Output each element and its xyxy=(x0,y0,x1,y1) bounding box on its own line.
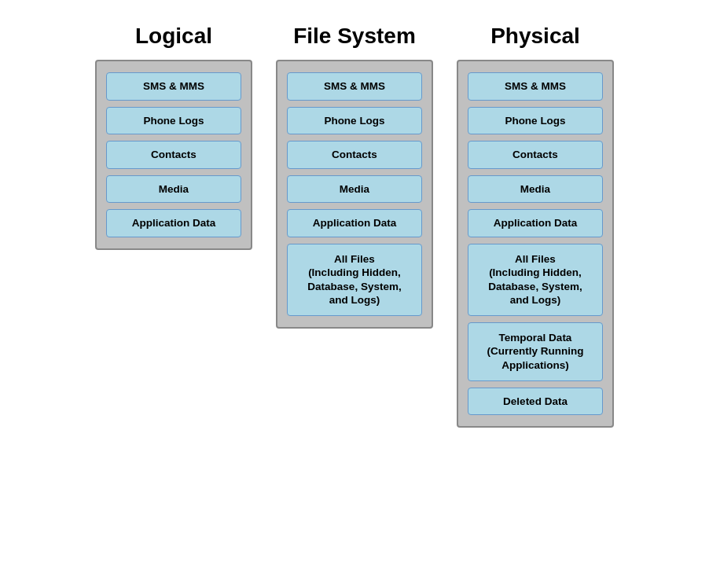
diagram-container: LogicalSMS & MMSPhone LogsContactsMediaA… xyxy=(8,16,701,428)
column-title-filesystem: File System xyxy=(293,24,416,49)
column-title-logical: Logical xyxy=(135,24,212,49)
item-filesystem-1: Phone Logs xyxy=(287,107,422,135)
item-physical-0: SMS & MMS xyxy=(468,72,603,101)
item-filesystem-0: SMS & MMS xyxy=(287,72,422,101)
item-logical-2: Contacts xyxy=(106,141,241,169)
item-logical-0: SMS & MMS xyxy=(106,72,241,101)
item-filesystem-5: All Files (Including Hidden, Database, S… xyxy=(287,244,422,316)
column-box-physical: SMS & MMSPhone LogsContactsMediaApplicat… xyxy=(457,60,614,428)
column-logical: LogicalSMS & MMSPhone LogsContactsMediaA… xyxy=(95,24,252,250)
item-physical-5: All Files (Including Hidden, Database, S… xyxy=(468,244,603,316)
column-box-logical: SMS & MMSPhone LogsContactsMediaApplicat… xyxy=(95,60,252,250)
column-box-filesystem: SMS & MMSPhone LogsContactsMediaApplicat… xyxy=(276,60,433,329)
item-logical-3: Media xyxy=(106,175,241,204)
column-physical: PhysicalSMS & MMSPhone LogsContactsMedia… xyxy=(457,24,614,428)
item-logical-1: Phone Logs xyxy=(106,107,241,135)
item-physical-3: Media xyxy=(468,175,603,204)
item-filesystem-3: Media xyxy=(287,175,422,204)
item-physical-2: Contacts xyxy=(468,141,603,169)
column-filesystem: File SystemSMS & MMSPhone LogsContactsMe… xyxy=(276,24,433,329)
column-title-physical: Physical xyxy=(490,24,580,49)
item-logical-4: Application Data xyxy=(106,209,241,237)
item-filesystem-2: Contacts xyxy=(287,141,422,169)
item-physical-7: Deleted Data xyxy=(468,388,603,416)
item-filesystem-4: Application Data xyxy=(287,209,422,237)
item-physical-4: Application Data xyxy=(468,209,603,237)
item-physical-1: Phone Logs xyxy=(468,107,603,135)
item-physical-6: Temporal Data (Currently Running Applica… xyxy=(468,322,603,381)
